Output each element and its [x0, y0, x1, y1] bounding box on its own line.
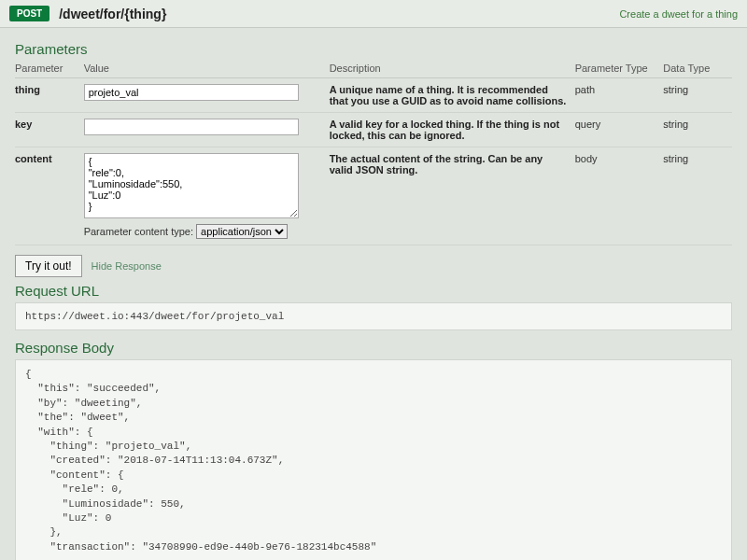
content-type-select[interactable]: application/json: [196, 224, 288, 239]
col-data-type: Data Type: [663, 61, 732, 78]
param-name-content: content: [15, 147, 84, 245]
table-row: thing A unique name of a thing. It is re…: [15, 78, 732, 113]
param-name-key: key: [15, 113, 84, 147]
col-value: Value: [84, 61, 330, 78]
content-type-label: Parameter content type:: [84, 226, 193, 237]
operation-header: POST /dweet/for/{thing} Create a dweet f…: [0, 0, 747, 28]
content-textarea[interactable]: { "rele":0, "Luminosidade":550, "Luz":0 …: [84, 153, 299, 218]
request-url-heading: Request URL: [15, 283, 732, 299]
param-type-content: body: [575, 147, 664, 245]
actions-row: Try it out! Hide Response: [15, 255, 732, 277]
request-url-box: https://dweet.io:443/dweet/for/projeto_v…: [15, 302, 732, 330]
key-input[interactable]: [84, 119, 299, 135]
param-name-thing: thing: [15, 78, 84, 113]
table-row: key A valid key for a locked thing. If t…: [15, 113, 732, 147]
data-type-thing: string: [663, 78, 732, 113]
endpoint-path[interactable]: /dweet/for/{thing}: [59, 7, 619, 21]
hide-response-link[interactable]: Hide Response: [92, 260, 162, 272]
http-method-badge: POST: [9, 6, 49, 21]
thing-input[interactable]: [84, 84, 299, 101]
try-it-out-button[interactable]: Try it out!: [15, 255, 82, 277]
parameters-table: Parameter Value Description Parameter Ty…: [15, 61, 732, 245]
param-desc-key: A valid key for a locked thing. If the t…: [330, 113, 575, 147]
param-desc-content: The actual content of the string. Can be…: [330, 147, 575, 245]
response-body-heading: Response Body: [15, 340, 732, 356]
col-description: Description: [330, 61, 575, 78]
response-body-box: { "this": "succeeded", "by": "dweeting",…: [15, 359, 732, 560]
col-parameter-type: Parameter Type: [575, 61, 664, 78]
param-desc-thing: A unique name of a thing. It is recommen…: [330, 78, 575, 113]
col-parameter: Parameter: [15, 61, 84, 78]
data-type-content: string: [663, 147, 732, 245]
param-type-key: query: [575, 113, 664, 147]
table-row: content { "rele":0, "Luminosidade":550, …: [15, 147, 732, 245]
parameters-heading: Parameters: [15, 41, 732, 57]
data-type-key: string: [663, 113, 732, 147]
content-type-row: Parameter content type: application/json: [84, 224, 322, 239]
endpoint-description: Create a dweet for a thing: [619, 8, 738, 20]
param-type-thing: path: [575, 78, 664, 113]
